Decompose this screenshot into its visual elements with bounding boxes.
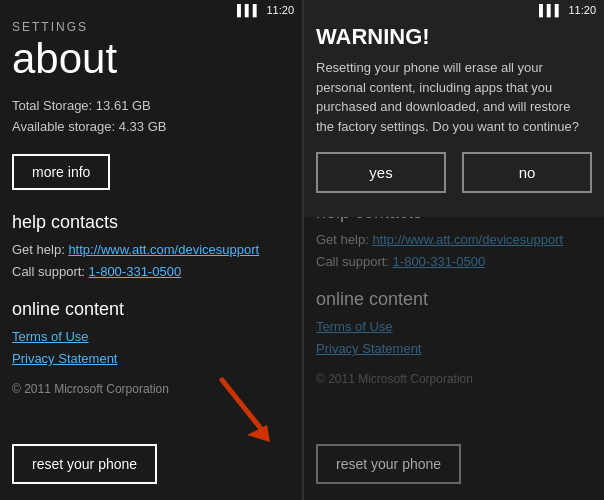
- terms-link[interactable]: Terms of Use: [12, 329, 89, 344]
- right-get-help-link: http://www.att.com/devicesupport: [372, 232, 563, 247]
- warning-title: WARNING!: [304, 20, 604, 58]
- signal-icon: ▌▌▌: [237, 4, 260, 16]
- right-help-contacts-content: Get help: http://www.att.com/devicesuppo…: [304, 227, 604, 283]
- reset-phone-button-left[interactable]: reset your phone: [12, 444, 157, 484]
- help-contacts-title: help contacts: [0, 206, 302, 237]
- warning-dialog: ▌▌▌ 11:20 WARNING! Resetting your phone …: [304, 0, 604, 217]
- total-storage: Total Storage: 13.61 GB: [12, 96, 290, 117]
- right-status-bar: ▌▌▌ 11:20: [304, 0, 604, 20]
- help-contacts-content: Get help: http://www.att.com/devicesuppo…: [0, 237, 302, 293]
- online-content-title: online content: [0, 293, 302, 324]
- warning-text: Resetting your phone will erase all your…: [304, 58, 604, 152]
- call-support-link[interactable]: 1-800-331-0500: [89, 264, 182, 279]
- right-panel: help contacts Get help: http://www.att.c…: [302, 0, 604, 500]
- left-status-bar: ▌▌▌ 11:20: [0, 0, 302, 20]
- svg-line-0: [222, 380, 262, 430]
- get-help-link[interactable]: http://www.att.com/devicesupport: [68, 242, 259, 257]
- available-storage: Available storage: 4.33 GB: [12, 117, 290, 138]
- left-time: 11:20: [266, 4, 294, 16]
- right-get-help-label: Get help:: [316, 232, 372, 247]
- right-online-content-links: Terms of Use Privacy Statement: [304, 314, 604, 370]
- right-call-support-label: Call support:: [316, 254, 393, 269]
- arrow-indicator: [202, 370, 282, 450]
- copyright-right: © 2011 Microsoft Corporation: [304, 370, 604, 394]
- right-call-support-link: 1-800-331-0500: [393, 254, 486, 269]
- settings-label: SETTINGS: [0, 20, 302, 34]
- no-button[interactable]: no: [462, 152, 592, 193]
- more-info-button[interactable]: more info: [12, 154, 110, 190]
- right-privacy-link: Privacy Statement: [316, 341, 422, 356]
- page-title: about: [0, 36, 302, 82]
- storage-info: Total Storage: 13.61 GB Available storag…: [0, 92, 302, 150]
- reset-phone-button-right[interactable]: reset your phone: [316, 444, 461, 484]
- right-time: 11:20: [568, 4, 596, 16]
- right-online-content-title: online content: [304, 283, 604, 314]
- left-panel: ▌▌▌ 11:20 SETTINGS about Total Storage: …: [0, 0, 302, 500]
- right-terms-link: Terms of Use: [316, 319, 393, 334]
- yes-button[interactable]: yes: [316, 152, 446, 193]
- right-signal-icon: ▌▌▌: [539, 4, 562, 16]
- call-support-label: Call support:: [12, 264, 89, 279]
- get-help-label: Get help:: [12, 242, 68, 257]
- privacy-link[interactable]: Privacy Statement: [12, 351, 118, 366]
- warning-buttons: yes no: [304, 152, 604, 201]
